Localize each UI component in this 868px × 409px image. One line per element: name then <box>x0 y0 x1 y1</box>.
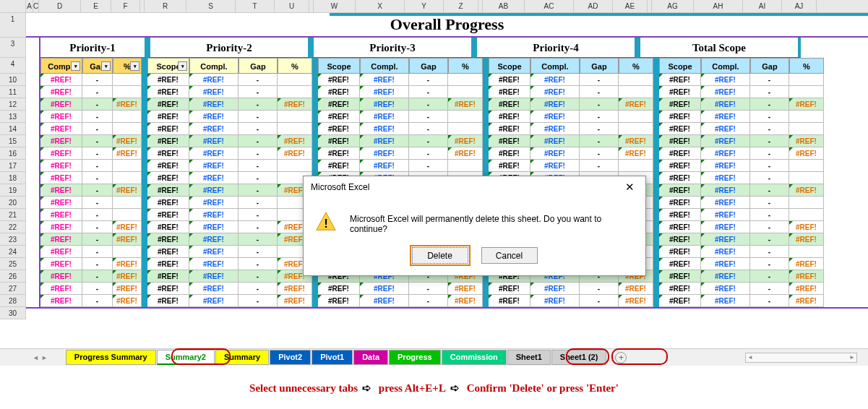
sheet-tab[interactable]: Commission <box>442 350 507 365</box>
cell[interactable]: #REF! <box>530 147 580 160</box>
cell[interactable]: #REF! <box>701 111 750 123</box>
cell[interactable]: - <box>239 197 278 209</box>
cell[interactable]: #REF! <box>189 233 239 246</box>
cell[interactable]: #REF! <box>619 147 653 160</box>
column-header[interactable]: Scope <box>489 58 530 74</box>
cell[interactable]: #REF! <box>318 295 360 307</box>
cell[interactable]: #REF! <box>530 98 580 111</box>
cell[interactable]: #REF! <box>789 258 824 270</box>
column-header[interactable]: Scope▾ <box>147 58 189 74</box>
cell[interactable]: - <box>82 209 113 221</box>
cell[interactable]: #REF! <box>360 160 409 172</box>
filter-dropdown-icon[interactable]: ▾ <box>130 61 139 71</box>
cell[interactable]: - <box>580 86 619 98</box>
cell[interactable]: - <box>409 111 448 123</box>
cell[interactable]: #REF! <box>489 283 530 295</box>
cell[interactable]: #REF! <box>189 295 239 307</box>
cell[interactable]: #REF! <box>789 147 824 160</box>
cell[interactable]: #REF! <box>659 98 701 111</box>
cell[interactable]: #REF! <box>189 283 239 295</box>
cell[interactable]: - <box>409 74 448 86</box>
cell[interactable]: #REF! <box>489 295 530 307</box>
cell[interactable]: #REF! <box>147 160 189 172</box>
cell[interactable]: #REF! <box>789 221 824 233</box>
cell[interactable]: #REF! <box>189 135 239 147</box>
cell[interactable]: #REF! <box>189 160 239 172</box>
cell[interactable]: - <box>82 270 113 283</box>
cell[interactable]: #REF! <box>659 295 701 307</box>
cell[interactable]: #REF! <box>489 74 530 86</box>
cell[interactable]: #REF! <box>530 123 580 135</box>
cell[interactable]: #REF! <box>189 246 239 258</box>
cell[interactable]: #REF! <box>530 295 580 307</box>
filter-dropdown-icon[interactable]: ▾ <box>101 61 111 71</box>
cell[interactable]: #REF! <box>113 258 142 270</box>
column-header[interactable]: Compl.▾ <box>40 58 82 74</box>
cell[interactable]: - <box>750 209 789 221</box>
cell[interactable]: #REF! <box>113 135 142 147</box>
sheet-tab[interactable]: Summary2 <box>157 350 215 365</box>
cell[interactable]: #REF! <box>113 147 142 160</box>
cell[interactable] <box>789 172 824 184</box>
cell[interactable]: #REF! <box>360 295 409 307</box>
cell[interactable]: - <box>580 74 619 86</box>
cell[interactable] <box>619 74 653 86</box>
cell[interactable] <box>113 86 142 98</box>
cell[interactable]: #REF! <box>189 172 239 184</box>
horizontal-scrollbar[interactable] <box>745 353 857 363</box>
cell[interactable]: #REF! <box>789 295 824 307</box>
cell[interactable]: #REF! <box>701 160 750 172</box>
cell[interactable]: #REF! <box>530 74 580 86</box>
cell[interactable]: - <box>750 123 789 135</box>
cell[interactable]: #REF! <box>448 147 483 160</box>
cell[interactable]: #REF! <box>147 283 189 295</box>
cell[interactable]: - <box>409 86 448 98</box>
cell[interactable]: - <box>409 160 448 172</box>
cell[interactable]: - <box>750 160 789 172</box>
cell[interactable]: #REF! <box>360 111 409 123</box>
column-header[interactable]: % <box>789 58 824 74</box>
column-header[interactable]: Compl. <box>701 58 750 74</box>
cell[interactable]: #REF! <box>40 147 82 160</box>
cell[interactable]: - <box>82 111 113 123</box>
cell[interactable]: #REF! <box>189 270 239 283</box>
cell[interactable]: #REF! <box>113 283 142 295</box>
cell[interactable]: #REF! <box>40 258 82 270</box>
cell[interactable]: - <box>82 74 113 86</box>
cell[interactable]: #REF! <box>40 86 82 98</box>
cell[interactable]: #REF! <box>147 86 189 98</box>
sheet-tab[interactable]: Progress <box>389 350 441 365</box>
cell[interactable]: #REF! <box>701 197 750 209</box>
cell[interactable]: #REF! <box>40 270 82 283</box>
cell[interactable]: #REF! <box>659 270 701 283</box>
cell[interactable]: #REF! <box>789 98 824 111</box>
cell[interactable]: - <box>239 111 278 123</box>
cell[interactable]: #REF! <box>659 86 701 98</box>
cell[interactable]: - <box>409 135 448 147</box>
cell[interactable]: #REF! <box>701 258 750 270</box>
cell[interactable]: - <box>82 221 113 233</box>
cell[interactable]: #REF! <box>489 135 530 147</box>
cell[interactable]: #REF! <box>318 123 360 135</box>
cell[interactable]: #REF! <box>40 74 82 86</box>
cell[interactable]: #REF! <box>360 135 409 147</box>
column-header[interactable]: Gap <box>409 58 448 74</box>
cell[interactable] <box>789 209 824 221</box>
cell[interactable]: #REF! <box>659 221 701 233</box>
cell[interactable]: - <box>239 221 278 233</box>
column-header[interactable]: Gap <box>239 58 278 74</box>
cell[interactable]: #REF! <box>189 147 239 160</box>
cell[interactable]: - <box>82 197 113 209</box>
cell[interactable]: - <box>82 258 113 270</box>
sheet-tab[interactable]: Pivot2 <box>270 350 311 365</box>
cell[interactable]: #REF! <box>40 246 82 258</box>
cell[interactable]: - <box>82 147 113 160</box>
cell[interactable]: #REF! <box>360 74 409 86</box>
cell[interactable] <box>113 209 142 221</box>
cell[interactable]: #REF! <box>360 283 409 295</box>
cell[interactable]: #REF! <box>619 135 653 147</box>
cell[interactable]: #REF! <box>659 184 701 197</box>
cell[interactable] <box>278 111 312 123</box>
cell[interactable]: #REF! <box>530 135 580 147</box>
column-header[interactable]: % <box>619 58 653 74</box>
